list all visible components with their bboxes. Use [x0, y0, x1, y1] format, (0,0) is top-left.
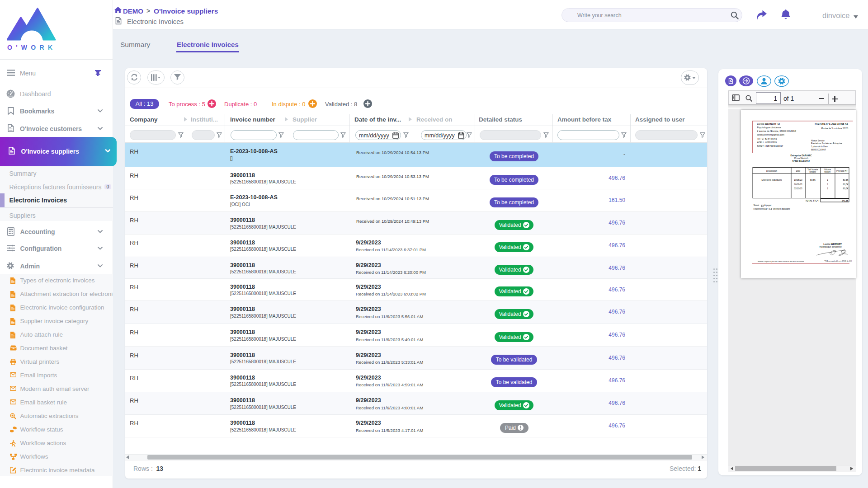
svg-text:O'WORK: O'WORK — [7, 44, 56, 51]
